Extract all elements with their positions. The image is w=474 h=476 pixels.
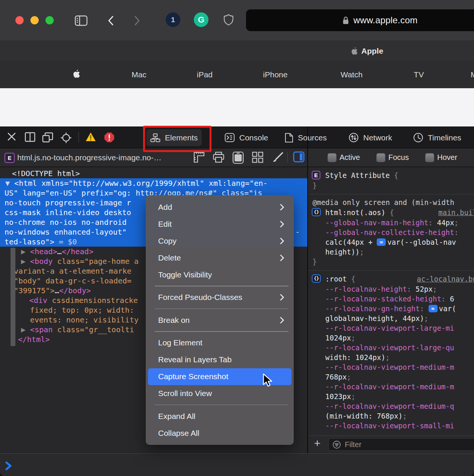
node-breadcrumb[interactable]: html.js.no-touch.progressive-image.no-… <box>17 148 162 167</box>
style-attribute-badge[interactable]: E <box>312 171 320 179</box>
css-declaration[interactable]: 1023px; <box>308 392 474 401</box>
css-declaration[interactable]: --global-nav-collective-height: <box>308 227 474 237</box>
warnings-badge-icon[interactable] <box>85 132 96 142</box>
menu-item-label: Capture Screenshot <box>158 372 228 381</box>
nav-item-ipad[interactable]: iPad <box>197 61 213 88</box>
css-declaration[interactable]: --global-nav-main-height: 44px; <box>308 218 474 227</box>
new-rule-button[interactable]: + <box>314 437 321 450</box>
errors-badge-icon[interactable] <box>104 132 115 143</box>
pseudo-toggle-hover[interactable]: Hover <box>425 148 457 167</box>
context-menu-item-copy[interactable]: Copy <box>148 232 291 249</box>
close-inspector-icon[interactable] <box>7 132 16 141</box>
context-menu-item-forced-pseudo-classes[interactable]: Forced Pseudo-Classes <box>148 289 291 306</box>
context-menu-item-expand-all[interactable]: Expand All <box>148 408 291 425</box>
context-menu-item-delete[interactable]: Delete <box>148 249 291 266</box>
css-token: calc(44px + <box>325 238 377 246</box>
filter-input[interactable] <box>344 440 458 449</box>
context-menu-item-break-on[interactable]: Break on <box>148 312 291 328</box>
css-token: 1024px <box>325 334 351 342</box>
dom-tree-line[interactable]: <!DOCTYPE html> <box>0 169 307 178</box>
tab-network[interactable]: Network <box>345 129 396 146</box>
css-declaration[interactable]: --r-localnav-viewport-small-mi <box>308 421 474 431</box>
dom-tree-line[interactable]: ▼ <html xmlns="http://www.w3.org/1999/xh… <box>0 178 307 188</box>
details-sidebar-toggle-icon[interactable] <box>293 151 305 163</box>
css-token: height)) <box>325 248 360 256</box>
css-declaration[interactable]: --r-localnav-height: 52px; <box>308 284 474 294</box>
css-selector-row[interactable]: EStyle Attribute { <box>308 170 474 181</box>
context-menu-item-reveal-in-layers-tab[interactable]: Reveal in Layers Tab <box>148 351 291 368</box>
nav-item-watch[interactable]: Watch <box>341 61 363 88</box>
active-checkbox[interactable] <box>328 153 337 162</box>
variable-jump-badge[interactable]: = <box>429 305 438 312</box>
nav-item-iphone[interactable]: iPhone <box>263 61 287 88</box>
close-window-button[interactable] <box>15 16 24 24</box>
paint-flashing-icon[interactable] <box>271 151 284 164</box>
context-menu-item-toggle-visibility[interactable]: Toggle Visibility <box>148 266 291 283</box>
tab-elements[interactable]: Elements <box>146 129 202 146</box>
pseudo-toggle-focus[interactable]: Focus <box>376 148 409 167</box>
dock-side-icon[interactable] <box>25 132 35 142</box>
css-declaration[interactable]: --r-localnav-viewport-medium-q <box>308 401 474 411</box>
grammarly-extension-icon[interactable]: G <box>194 12 208 27</box>
sidebar-toggle-icon[interactable] <box>75 15 88 26</box>
pane-divider[interactable] <box>307 127 308 453</box>
context-menu-item-log-element[interactable]: Log Element <box>148 334 291 351</box>
variable-jump-badge[interactable]: = <box>377 238 386 246</box>
css-declaration[interactable]: 1024px; <box>308 333 474 343</box>
forward-button-icon[interactable] <box>133 15 141 26</box>
address-bar[interactable]: www.apple.com <box>246 9 474 31</box>
tab-sources[interactable]: Sources <box>281 129 331 146</box>
active-tab[interactable]: Apple <box>351 41 383 61</box>
undock-window-icon[interactable] <box>42 132 53 143</box>
css-declaration[interactable]: height)); <box>308 247 474 257</box>
focus-checkbox[interactable] <box>376 153 385 162</box>
css-declaration[interactable]: --r-localnav-viewport-large-mi <box>308 323 474 333</box>
css-declaration[interactable]: --r-localnav-stacked-height: 6 <box>308 294 474 304</box>
password-manager-extension-icon[interactable]: 1 <box>166 12 180 27</box>
nav-item-music[interactable]: Music <box>471 61 474 88</box>
css-declaration[interactable]: --r-localnav-gn-height: =var( <box>308 304 474 313</box>
safari-window: 1 G www.apple.com Apple Mac i <box>0 0 474 476</box>
print-styles-icon[interactable] <box>213 151 225 163</box>
css-declaration[interactable]: 768px; <box>308 372 474 382</box>
styles-filter-field[interactable] <box>328 438 474 451</box>
hover-checkbox[interactable] <box>425 153 434 162</box>
nav-item-tv[interactable]: TV <box>414 61 424 88</box>
tab-console[interactable]: Console <box>221 129 272 146</box>
styles-sidebar[interactable]: EStyle Attribute {}@media only screen an… <box>308 167 474 435</box>
minimize-window-button[interactable] <box>30 16 39 24</box>
css-declaration[interactable]: width: 1024px); <box>308 352 474 362</box>
css-rule-badge[interactable]: {} <box>312 274 321 283</box>
context-menu-item-add[interactable]: Add <box>148 199 291 215</box>
context-menu-item-collapse-all[interactable]: Collapse All <box>148 425 291 441</box>
stylesheet-source-link[interactable]: main.buil <box>438 207 474 218</box>
css-token: --r-localnav-stacked-height <box>325 295 441 303</box>
element-picker-icon[interactable] <box>60 132 72 143</box>
shield-extension-icon[interactable] <box>223 14 234 26</box>
css-declaration[interactable]: --r-localnav-viewport-medium-m <box>308 382 474 392</box>
apple-logo-icon[interactable] <box>72 69 80 79</box>
tab-timelines[interactable]: Timelines <box>409 129 465 146</box>
css-token: --r-localnav-viewport-medium-m <box>325 383 454 391</box>
css-declaration[interactable]: globalnav-height, 44px); <box>308 313 474 323</box>
css-declaration[interactable]: --r-localnav-viewport-large-qu <box>308 343 474 352</box>
css-selector-row[interactable]: {}html:not(.aos) {main.buil <box>308 207 474 218</box>
css-declaration[interactable]: calc(44px + =var(--global-nav <box>308 237 474 247</box>
elements-tab-icon <box>150 133 160 142</box>
quick-console-bar[interactable] <box>0 453 474 476</box>
nav-item-mac[interactable]: Mac <box>131 61 146 88</box>
rulers-icon[interactable] <box>193 151 205 163</box>
css-declaration[interactable]: --r-localnav-viewport-medium-m <box>308 362 474 372</box>
css-selector-row[interactable]: {}:root {ac-localnav.bu <box>308 274 474 284</box>
filter-icon <box>332 440 341 449</box>
css-declaration[interactable]: (min-width: 768px); <box>308 411 474 421</box>
device-settings-icon[interactable] <box>232 151 244 164</box>
zoom-window-button[interactable] <box>45 16 54 24</box>
pseudo-toggle-active[interactable]: Active <box>328 148 360 167</box>
css-rule-badge[interactable]: {} <box>312 208 321 216</box>
back-button-icon[interactable] <box>107 15 115 26</box>
stylesheet-source-link[interactable]: ac-localnav.bu <box>417 274 474 284</box>
context-menu-item-edit[interactable]: Edit <box>148 215 291 232</box>
layout-grid-icon[interactable] <box>252 151 264 163</box>
console-tab-icon <box>225 133 235 142</box>
